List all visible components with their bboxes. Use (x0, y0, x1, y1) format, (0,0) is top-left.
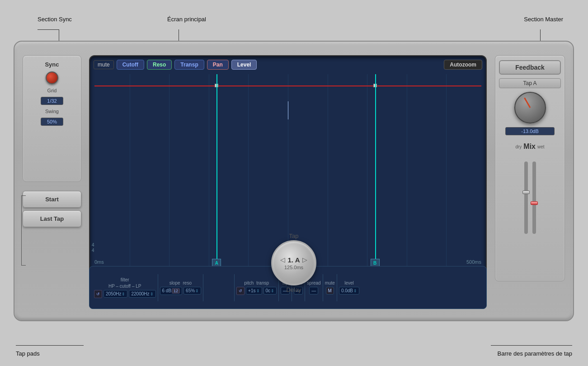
reso-label: reso (183, 280, 192, 285)
annotation-tap-pads: Tap pads (16, 350, 40, 357)
annotation-section-master: Section Master (524, 16, 563, 23)
tap-label-top: Tap (289, 233, 299, 239)
grid-line-1 (130, 74, 130, 267)
level-group: level 0.0dB ⇕ (339, 280, 359, 295)
tab-cutoff[interactable]: Cutoff (117, 60, 144, 70)
pitch-label: pitch (244, 280, 254, 285)
tap-line-b (375, 74, 376, 267)
annotation-section-sync: Section Sync (38, 16, 72, 23)
pitch-toggle[interactable]: ↺ (236, 287, 245, 295)
feedback-knob[interactable] (514, 92, 546, 124)
sync-bracket-horiz (38, 29, 59, 30)
time-sig: 4 4 (92, 242, 94, 253)
lp-value[interactable]: 22000Hz ⇕ (129, 290, 155, 298)
divider-2 (203, 274, 203, 301)
sync-section: Sync Grid 1/32 Swing 50% (23, 55, 81, 182)
mix-section: dry Mix wet (499, 143, 561, 234)
wet-slider[interactable] (532, 162, 536, 234)
level-arrow[interactable]: ⇕ (353, 289, 357, 293)
plugin-body: Sync Grid 1/32 Swing 50% Start Last Tap … (14, 41, 574, 321)
mix-header: dry Mix wet (499, 143, 561, 151)
wet-slider-thumb[interactable] (531, 201, 538, 205)
pitch-value[interactable]: +1s ⇕ (246, 287, 262, 295)
playhead (288, 101, 288, 119)
mute-tab[interactable]: mute (94, 60, 114, 69)
swing-label: Swing (45, 109, 59, 114)
tab-transp[interactable]: Transp (174, 60, 204, 70)
annotation-barre: Barre des paramètres de tap (498, 350, 572, 357)
grid-line-9 (446, 74, 447, 267)
grid-label: Grid (47, 88, 57, 93)
feedback-button[interactable]: Feedback (499, 60, 561, 75)
tap-circle-value: 1. A (288, 256, 300, 264)
filter-label: filter (121, 277, 129, 282)
mute-label-param: mute (325, 280, 335, 285)
grid-value[interactable]: 1/32 (41, 97, 63, 105)
divider-7 (323, 274, 323, 301)
time-sig-top: 4 (92, 242, 94, 248)
level-label: level (344, 280, 354, 285)
hp-value[interactable]: 2050Hz ⇕ (103, 290, 127, 298)
mix-dry-label: dry (515, 144, 522, 149)
start-button[interactable]: Start (23, 191, 81, 208)
tap-circle-time: 125.0ms (284, 265, 303, 270)
tab-pan[interactable]: Pan (207, 60, 229, 70)
slope-value[interactable]: 6 dB 12 (160, 287, 183, 295)
sync-toggle-container (46, 71, 58, 84)
sync-toggle[interactable] (46, 71, 58, 84)
tap-circle-arrow-right: ▷ (302, 256, 307, 263)
slope-label: slope (169, 280, 180, 285)
mute-line (94, 86, 481, 86)
right-section: Feedback Tap A -13.0dB dry Mix wet (495, 55, 565, 281)
time-sig-bottom: 4 (92, 248, 94, 253)
grid-line-7 (367, 74, 367, 267)
annotation-ecran: Écran principal (167, 16, 206, 23)
swing-value[interactable]: 50% (41, 118, 63, 126)
filter-toggle[interactable]: ↺ (94, 290, 102, 298)
ecran-bracket-line (179, 29, 179, 42)
divider-8 (337, 274, 337, 301)
sync-label: Sync (45, 61, 59, 68)
start-lasttap-bracket (21, 195, 26, 266)
barre-bracket (491, 345, 572, 346)
tab-autozoom[interactable]: Autozoom (444, 60, 482, 70)
pitch-arrow[interactable]: ⇕ (256, 289, 260, 293)
reso-arrow[interactable]: ⇕ (195, 289, 199, 293)
lp-arrow[interactable]: ⇕ (150, 292, 154, 296)
grid-line-4 (248, 74, 249, 267)
dry-slider[interactable] (524, 162, 528, 234)
sync-bracket-line (59, 29, 59, 42)
pitch-transp-group: pitch transp ↺ +1s ⇕ 0c ⇕ (236, 280, 277, 295)
tab-level[interactable]: Level (231, 60, 257, 70)
slope-reso-group: slope reso 6 dB 12 65% ⇕ (160, 280, 202, 295)
tap-circle-container: Tap ◁ 1. A ▷ 125.0ms Delay (271, 233, 316, 293)
reso-value[interactable]: 65% ⇕ (183, 287, 201, 295)
feedback-db: -13.0dB (505, 127, 555, 135)
tap-circle[interactable]: ◁ 1. A ▷ 125.0ms (271, 240, 316, 285)
tap-label-bottom: Delay (286, 286, 301, 293)
tap-pads-bracket (16, 345, 84, 346)
last-tap-button[interactable]: Last Tap (23, 210, 81, 227)
slope-num: 12 (172, 288, 180, 294)
filter-group: filter HP – cutoff – LP ↺ 2050Hz ⇕ 22000… (94, 277, 156, 298)
tap-selector[interactable]: Tap A (499, 78, 561, 88)
master-bracket-line (540, 29, 541, 42)
grid-line-3 (209, 74, 209, 267)
timeline-end: 500ms (466, 259, 481, 265)
tap-circle-arrows: ◁ 1. A ▷ (280, 256, 308, 264)
hp-cutoff-lp-label: HP – cutoff – LP (108, 284, 141, 289)
transp-label: transp (256, 280, 269, 285)
grid-line-6 (328, 74, 328, 267)
tab-reso[interactable]: Reso (147, 60, 172, 70)
grid-line-2 (169, 74, 169, 267)
hp-arrow[interactable]: ⇕ (122, 292, 125, 296)
divider-3 (234, 274, 235, 301)
divider-1 (158, 274, 158, 301)
tap-circle-arrow-left: ◁ (280, 256, 285, 263)
timeline-start: 0ms (94, 259, 104, 265)
left-buttons: Start Last Tap (23, 191, 81, 227)
mute-value[interactable]: M (326, 287, 334, 295)
level-value[interactable]: 0.0dB ⇕ (339, 287, 359, 295)
dry-slider-thumb[interactable] (522, 190, 530, 194)
mix-sliders (524, 152, 536, 234)
